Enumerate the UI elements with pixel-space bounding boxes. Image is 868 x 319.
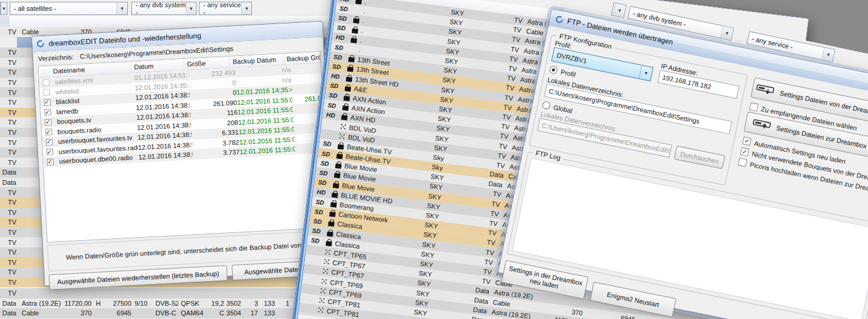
cell-nid: 133 [258, 300, 275, 307]
file-checkbox-wrap [40, 99, 54, 106]
file-checkbox[interactable] [43, 99, 51, 106]
sd-hd-badge: SD [319, 140, 335, 148]
file-checkbox[interactable] [42, 79, 49, 86]
file-checkbox[interactable] [45, 119, 52, 126]
dreamboxedit-app-icon [554, 14, 565, 25]
cell-groesse: 208 [191, 119, 239, 128]
column-header[interactable] [9, 16, 10, 27]
cell-typ: TV [0, 209, 18, 216]
service-filter-value: - any service - [203, 1, 241, 16]
sd-hd-badge: HD [313, 188, 329, 197]
lock-icon [330, 202, 337, 208]
sd-hd-badge [299, 308, 315, 309]
sd-hd-badge: SD [318, 149, 334, 158]
file-checkbox-wrap [40, 108, 54, 116]
lock-icon [341, 115, 348, 120]
lock-icon [342, 105, 349, 111]
chevron-down-icon: ▾ [822, 48, 835, 61]
lock-icon [336, 154, 343, 160]
service-filter-dropdown[interactable]: - any service - ▾ [199, 2, 252, 15]
cell-typ: Data [0, 179, 18, 186]
crypt-icon-wrap [343, 73, 356, 82]
crypt-icon-wrap [338, 113, 351, 121]
dreambox-upload-icon [752, 119, 772, 132]
sd-hd-badge: SD [312, 198, 328, 206]
cell-typ: TV [0, 79, 18, 86]
file-checkbox[interactable] [44, 109, 51, 116]
cell-datum: 12.01.2016 14:38:55 [138, 151, 193, 161]
lock-icon [334, 173, 341, 179]
file-checkbox-wrap [39, 79, 53, 86]
file-checkbox[interactable] [46, 158, 54, 166]
lock-icon [319, 288, 326, 294]
lock-icon [340, 123, 347, 129]
cell-typ: TV [0, 290, 18, 297]
satellite-filter-dropdown[interactable]: - all satellites - ▾ [10, 2, 128, 15]
sd-hd-badge: SD [329, 63, 345, 71]
dvb-system-filter-dropdown[interactable]: - any dvb system - ▾ [131, 2, 197, 15]
cell-backup-groesse [291, 68, 327, 70]
file-rows: satellites.xml 01.12.2015 14:51:11 232.4… [39, 63, 326, 167]
cell-dateiname: userbouquet.dbe00.radio [57, 153, 139, 165]
sd-hd-badge [321, 134, 336, 135]
bouquet-filter-dropdown-partial[interactable]: ▾ [0, 2, 7, 15]
sd-hd-badge [306, 249, 322, 251]
crypt-icon-wrap [342, 84, 354, 92]
lock-icon [332, 193, 338, 198]
cell-backup-datum: 12.01.2016 11:55:00 [239, 146, 295, 156]
crypt-icon-wrap [322, 238, 335, 247]
lock-icon [339, 132, 345, 139]
cell-system: DVB-S2 [151, 300, 178, 307]
file-checkbox[interactable] [45, 129, 52, 136]
sd-hd-badge: SD [325, 91, 341, 100]
dreamboxedit-desktop: ▾ - all satellites - ▾ - any dvb system … [0, 0, 868, 319]
cell-freq: 11720,00 [63, 300, 92, 307]
crypt-icon-wrap [319, 268, 332, 275]
file-checkbox-wrap [43, 158, 57, 166]
checkbox-box [742, 137, 751, 146]
cell-typ: TV [0, 229, 18, 236]
cell-fec: 9/10 [131, 300, 151, 307]
lock-icon [355, 0, 362, 5]
cell-typ: Data [0, 300, 18, 307]
column-header-backup-groesse[interactable]: Backup Größe [284, 52, 321, 64]
cell-groesse: 3.737 [192, 148, 240, 158]
dialog-title: dreamboxEDIT Dateinfo und -wiederherstel… [48, 31, 201, 48]
file-checkbox-wrap [40, 89, 54, 96]
profil-value: DVRZBV1 [556, 51, 588, 64]
sd-hd-badge: HD [332, 34, 348, 42]
checkbox-box [740, 147, 749, 156]
crypt-icon-wrap [315, 297, 328, 304]
file-checkbox[interactable] [45, 138, 52, 146]
chevron-down-icon: ▾ [613, 3, 626, 17]
cell-symb: 6945 [105, 309, 131, 317]
file-checkbox[interactable] [46, 149, 53, 156]
lock-icon [321, 277, 327, 284]
lock-icon [348, 57, 355, 63]
sd-hd-badge [322, 124, 338, 126]
cell-modul: QAM64 [178, 309, 205, 317]
cell-typ: TV [0, 218, 18, 226]
lock-icon [317, 307, 324, 314]
sd-hd-badge: SD [335, 14, 351, 22]
cell-tsid: 17 [241, 309, 258, 317]
sd-hd-badge: SD [308, 227, 324, 235]
checkbox-box [749, 102, 758, 111]
crypt-icon-wrap [344, 64, 357, 72]
cell-typ: TV [0, 239, 18, 246]
sd-hd-badge: SD [326, 82, 342, 90]
cell-typ: TV [0, 189, 18, 196]
cell-tsid: 3 [241, 300, 258, 307]
cell-typ2: 1 [275, 300, 289, 307]
file-checkbox[interactable] [43, 89, 50, 96]
satellite-filter-dropdown-partial[interactable]: ▾ [611, 2, 626, 18]
crypt-icon-wrap [345, 54, 358, 63]
cell-typ: TV [0, 89, 18, 96]
chevron-down-icon: ▾ [639, 66, 653, 81]
cell-typ: TV [0, 109, 18, 116]
lock-icon [346, 76, 353, 82]
crypt-icon-wrap [326, 209, 339, 217]
crypt-icon-wrap [324, 229, 336, 237]
cell-typ: TV [0, 99, 18, 106]
file-checkbox-wrap [42, 138, 56, 146]
